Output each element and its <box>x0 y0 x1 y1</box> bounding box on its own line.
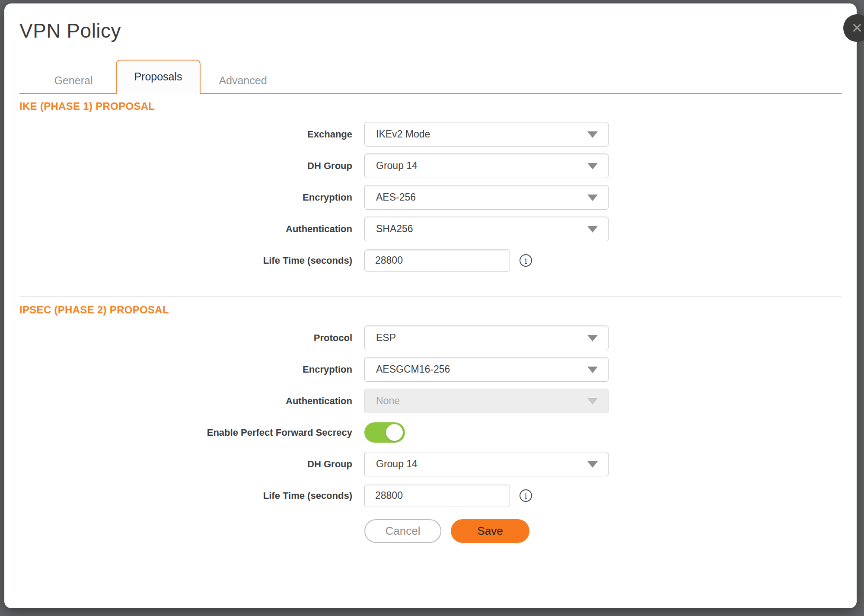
encryption-p2-select-value: AESGCM16-256 <box>376 364 450 375</box>
tab-proposals[interactable]: Proposals <box>116 60 201 94</box>
exchange-label: Exchange <box>19 129 364 140</box>
form-row-exchange: Exchange IKEv2 Mode <box>19 122 842 147</box>
dh-group-p2-label: DH Group <box>19 459 364 470</box>
lifetime-p2-label: Life Time (seconds) <box>19 490 364 501</box>
vpn-policy-dialog: VPN Policy General Proposals Advanced IK… <box>4 3 857 608</box>
dropdown-arrow-icon <box>587 335 598 342</box>
pfs-toggle[interactable] <box>364 422 405 443</box>
dh-group-label: DH Group <box>19 160 364 172</box>
save-button[interactable]: Save <box>451 519 529 543</box>
form-row-encryption: Encryption AES-256 <box>19 185 842 210</box>
dh-group-p2-select[interactable]: Group 14 <box>364 452 609 476</box>
info-icon[interactable]: i <box>520 489 532 502</box>
dropdown-arrow-icon <box>587 367 598 373</box>
form-row-encryption-p2: Encryption AESGCM16-256 <box>19 357 842 382</box>
dropdown-arrow-icon <box>587 226 598 233</box>
lifetime-p2-input[interactable] <box>364 485 510 507</box>
authentication-select[interactable]: SHA256 <box>364 217 609 241</box>
encryption-label: Encryption <box>19 192 364 203</box>
dropdown-arrow-icon <box>587 461 598 468</box>
protocol-label: Protocol <box>19 332 364 344</box>
exchange-select-value: IKEv2 Mode <box>376 128 430 140</box>
form-row-dh-group: DH Group Group 14 <box>19 153 842 178</box>
section-ipsec-phase2: IPSEC (PHASE 2) PROPOSAL Protocol ESP En… <box>19 304 842 508</box>
tab-bar: General Proposals Advanced <box>19 60 842 94</box>
form-row-authentication: Authentication SHA256 <box>19 217 842 241</box>
dropdown-arrow-icon <box>587 195 598 201</box>
lifetime-input[interactable] <box>364 249 510 272</box>
toggle-knob-icon <box>386 424 403 441</box>
section-heading-ike-phase1: IKE (PHASE 1) PROPOSAL <box>19 100 842 112</box>
dropdown-arrow-icon <box>587 163 598 169</box>
authentication-p2-select-value: None <box>376 395 400 407</box>
dialog-footer: Cancel Save <box>364 519 842 543</box>
encryption-select[interactable]: AES-256 <box>364 185 609 210</box>
close-icon: ✕ <box>851 20 863 36</box>
encryption-p2-label: Encryption <box>19 364 364 375</box>
form-row-protocol: Protocol ESP <box>19 326 842 350</box>
authentication-label: Authentication <box>19 223 364 235</box>
form-row-pfs: Enable Perfect Forward Secrecy <box>19 420 842 445</box>
dh-group-select[interactable]: Group 14 <box>364 153 609 178</box>
dropdown-arrow-icon <box>587 398 598 405</box>
section-ike-phase1: IKE (PHASE 1) PROPOSAL Exchange IKEv2 Mo… <box>19 100 842 273</box>
dialog-title: VPN Policy <box>19 19 842 42</box>
dropdown-arrow-icon <box>587 131 598 138</box>
encryption-p2-select[interactable]: AESGCM16-256 <box>364 357 609 382</box>
cancel-button[interactable]: Cancel <box>364 519 441 543</box>
protocol-select-value: ESP <box>376 332 396 344</box>
section-heading-ipsec-phase2: IPSEC (PHASE 2) PROPOSAL <box>19 304 842 316</box>
tab-general[interactable]: General <box>31 68 116 93</box>
exchange-select[interactable]: IKEv2 Mode <box>364 122 609 147</box>
authentication-p2-select: None <box>364 389 609 413</box>
info-icon[interactable]: i <box>520 254 532 267</box>
form-row-lifetime: Life Time (seconds) i <box>19 248 842 273</box>
section-divider <box>19 296 842 297</box>
dh-group-p2-select-value: Group 14 <box>376 458 418 470</box>
protocol-select[interactable]: ESP <box>364 326 609 350</box>
tab-advanced[interactable]: Advanced <box>201 68 285 93</box>
form-row-authentication-p2: Authentication None <box>19 389 842 413</box>
dh-group-select-value: Group 14 <box>376 160 418 172</box>
encryption-select-value: AES-256 <box>376 192 416 203</box>
form-row-dh-group-p2: DH Group Group 14 <box>19 452 842 476</box>
pfs-label: Enable Perfect Forward Secrecy <box>19 427 364 438</box>
authentication-select-value: SHA256 <box>376 223 413 235</box>
authentication-p2-label: Authentication <box>19 396 364 407</box>
form-row-lifetime-p2: Life Time (seconds) i <box>19 483 842 508</box>
lifetime-label: Life Time (seconds) <box>19 255 364 266</box>
